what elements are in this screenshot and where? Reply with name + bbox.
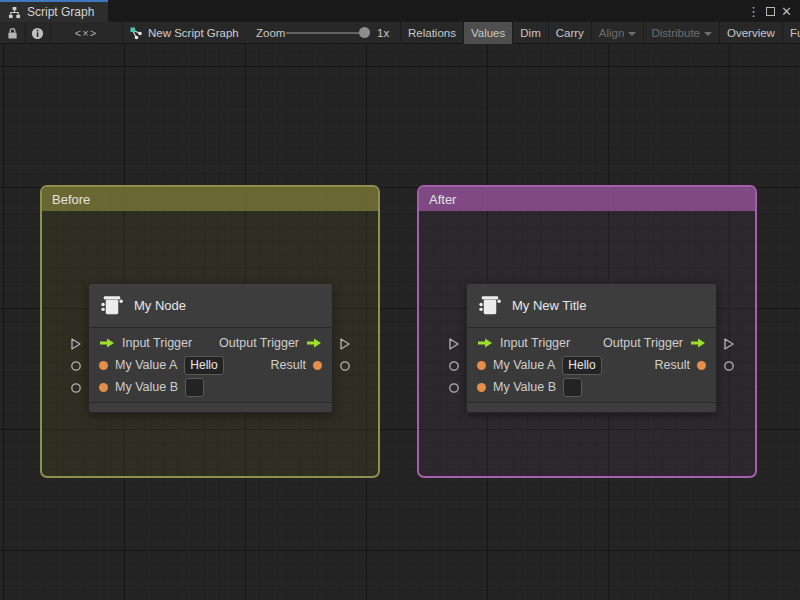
flow-out-port-icon[interactable] [306, 337, 322, 349]
distribute-button[interactable]: Distribute [643, 22, 719, 44]
close-icon[interactable]: ✕ [781, 5, 792, 18]
output-trigger-label: Output Trigger [219, 336, 299, 350]
flow-in-port-icon[interactable] [99, 337, 115, 349]
node-body: Input Trigger Output Trigger My Value A … [467, 328, 716, 402]
relations-button[interactable]: Relations [400, 22, 463, 44]
value-a-row: My Value A Hello Result [467, 354, 716, 376]
value-a-label: My Value A [493, 358, 555, 372]
external-flow-out-port[interactable] [723, 338, 735, 350]
node-footer [89, 402, 332, 412]
tab-bar: Script Graph ⋮ ✕ [0, 0, 800, 22]
node-footer [467, 402, 716, 412]
input-trigger-label: Input Trigger [122, 336, 192, 350]
external-value-a-port[interactable] [70, 360, 82, 372]
value-b-port-icon[interactable] [99, 383, 108, 392]
graph-toolbar: <×> New Script Graph Zoom 1x Relations V… [0, 22, 800, 44]
result-port-icon[interactable] [697, 361, 706, 370]
value-a-port-icon[interactable] [477, 361, 486, 370]
overview-button[interactable]: Overview [719, 22, 782, 44]
script-graph-icon [8, 6, 21, 19]
result-label: Result [271, 358, 306, 372]
external-result-port[interactable] [339, 360, 351, 372]
flow-out-port-icon[interactable] [690, 337, 706, 349]
node-title: My Node [134, 298, 186, 313]
value-b-row: My Value B [89, 376, 332, 398]
group-before-header[interactable]: Before [42, 187, 378, 211]
trigger-row: Input Trigger Output Trigger [467, 332, 716, 354]
value-b-row: My Value B [467, 376, 716, 398]
lock-icon [7, 27, 18, 40]
value-a-label: My Value A [115, 358, 177, 372]
node-header[interactable]: My New Title [467, 284, 716, 328]
value-b-input[interactable] [563, 378, 582, 397]
value-a-input[interactable]: Hello [562, 356, 601, 375]
values-button[interactable]: Values [463, 22, 512, 44]
chevron-down-icon [704, 32, 712, 36]
script-graph-window: Script Graph ⋮ ✕ [0, 0, 800, 600]
info-icon [31, 27, 44, 40]
flow-in-port-icon[interactable] [477, 337, 493, 349]
external-value-b-port[interactable] [70, 382, 82, 394]
zoom-value: 1x [377, 22, 389, 44]
group-after-header[interactable]: After [419, 187, 755, 211]
toolbar-button-cluster: Relations Values Dim Carry Align Distrib… [400, 22, 800, 44]
value-a-input[interactable]: Hello [184, 356, 223, 375]
external-flow-out-port[interactable] [339, 338, 351, 350]
node-title: My New Title [512, 298, 586, 313]
external-flow-in-port[interactable] [70, 338, 82, 350]
zoom-label: Zoom [256, 22, 285, 44]
code-icon: <×> [75, 27, 97, 39]
node-my-node[interactable]: My Node Input Trigger Output Trigger [88, 283, 333, 413]
unit-icon [477, 293, 503, 319]
chevron-down-icon [628, 32, 636, 36]
align-button[interactable]: Align [591, 22, 644, 44]
value-a-row: My Value A Hello Result [89, 354, 332, 376]
window-menu-icon[interactable]: ⋮ [747, 5, 760, 18]
graph-name-label[interactable]: New Script Graph [148, 22, 239, 44]
zoom-slider[interactable] [286, 32, 370, 34]
value-b-input[interactable] [185, 378, 204, 397]
result-label: Result [655, 358, 690, 372]
node-header[interactable]: My Node [89, 284, 332, 328]
value-b-port-icon[interactable] [477, 383, 486, 392]
value-a-port-icon[interactable] [99, 361, 108, 370]
group-title: After [429, 192, 456, 207]
value-b-label: My Value B [115, 380, 178, 394]
node-body: Input Trigger Output Trigger My Value A … [89, 328, 332, 402]
external-result-port[interactable] [723, 360, 735, 372]
result-port-icon[interactable] [313, 361, 322, 370]
tab-script-graph[interactable]: Script Graph [0, 0, 108, 22]
tab-title: Script Graph [27, 5, 94, 19]
maximize-icon[interactable] [766, 7, 775, 16]
output-trigger-label: Output Trigger [603, 336, 683, 350]
fullscreen-button[interactable]: Full Scr [782, 22, 800, 44]
graph-asset-icon [128, 22, 144, 44]
toolbar-separator [122, 22, 123, 44]
dim-button[interactable]: Dim [512, 22, 547, 44]
node-my-new-title[interactable]: My New Title Input Trigger Output Trigge… [466, 283, 717, 413]
unit-icon [99, 293, 125, 319]
window-controls: ⋮ ✕ [747, 0, 800, 22]
trigger-row: Input Trigger Output Trigger [89, 332, 332, 354]
zoom-slider-handle[interactable] [359, 27, 370, 38]
value-b-label: My Value B [493, 380, 556, 394]
code-view-button[interactable]: <×> [50, 22, 122, 44]
graph-canvas[interactable]: Before After [0, 44, 800, 600]
info-button[interactable] [25, 22, 50, 44]
group-title: Before [52, 192, 90, 207]
input-trigger-label: Input Trigger [500, 336, 570, 350]
external-flow-in-port[interactable] [448, 338, 460, 350]
carry-button[interactable]: Carry [548, 22, 591, 44]
lock-button[interactable] [0, 22, 25, 44]
external-value-a-port[interactable] [448, 360, 460, 372]
external-value-b-port[interactable] [448, 382, 460, 394]
